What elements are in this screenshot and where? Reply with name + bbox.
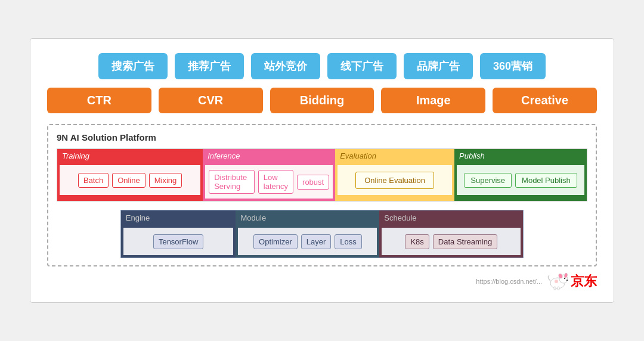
tag-batch: Batch: [78, 173, 109, 188]
top-buttons-row: 搜索广告 推荐广告 站外竞价 线下广告 品牌广告 360营销: [47, 53, 597, 79]
tag-model-publish: Model Publish: [515, 173, 577, 188]
publish-header: Publish: [454, 149, 587, 163]
btn-brand-ad[interactable]: 品牌广告: [404, 53, 473, 79]
btn-image[interactable]: Image: [381, 88, 485, 113]
btn-bidding[interactable]: Bidding: [270, 88, 374, 113]
platform-title: 9N AI Solution Platform: [57, 132, 587, 142]
inference-body: Distribute Serving Low latency robust: [205, 165, 333, 199]
platform-lower-grid: Engine TensorFlow Module Optimizer Layer…: [120, 210, 524, 258]
tag-robust: robust: [297, 175, 329, 190]
evaluation-body: Online Evaluation: [338, 165, 452, 195]
section-engine: Engine TensorFlow: [121, 210, 236, 258]
schedule-body: K8s Data Streaming: [382, 228, 521, 255]
svg-point-4: [564, 278, 565, 279]
btn-ctr[interactable]: CTR: [47, 88, 151, 113]
btn-creative[interactable]: Creative: [493, 88, 597, 113]
svg-rect-7: [558, 287, 559, 290]
svg-point-5: [566, 280, 568, 281]
tag-data-streaming: Data Streaming: [433, 234, 497, 249]
section-training: Training Batch Online Mixing: [57, 149, 203, 201]
training-body: Batch Online Mixing: [60, 165, 200, 195]
section-inference: Inference Distribute Serving Low latency…: [203, 149, 335, 201]
jd-logo: 京东: [547, 272, 597, 290]
btn-search-ad[interactable]: 搜索广告: [98, 53, 168, 79]
section-evaluation: Evaluation Online Evaluation: [335, 149, 454, 201]
publish-body: Supervise Model Publish: [457, 165, 584, 195]
module-body: Optimizer Layer Loss: [238, 228, 377, 255]
btn-offsite-bid[interactable]: 站外竞价: [251, 53, 320, 79]
section-schedule: Schedule K8s Data Streaming: [379, 210, 523, 258]
tag-supervise: Supervise: [464, 173, 512, 188]
svg-rect-6: [554, 287, 556, 290]
footer-url: https://blog.csdn.net/...: [476, 278, 542, 285]
schedule-header: Schedule: [379, 210, 523, 225]
tag-tensorflow: TensorFlow: [153, 234, 203, 249]
tag-loss: Loss: [335, 234, 361, 249]
tag-optimizer: Optimizer: [253, 234, 298, 249]
module-header: Module: [236, 210, 379, 225]
tag-k8s: K8s: [405, 234, 429, 249]
main-container: 搜索广告 推荐广告 站外竞价 线下广告 品牌广告 360营销 CTR CVR B…: [30, 38, 614, 303]
section-module: Module Optimizer Layer Loss: [236, 210, 379, 258]
section-publish: Publish Supervise Model Publish: [454, 149, 587, 201]
btn-recommend-ad[interactable]: 推荐广告: [175, 53, 244, 79]
footer: https://blog.csdn.net/...: [47, 272, 597, 290]
btn-360-marketing[interactable]: 360营销: [480, 53, 546, 79]
tag-distribute-serving: Distribute Serving: [209, 170, 255, 194]
platform-section: 9N AI Solution Platform Training Batch O…: [47, 124, 597, 266]
orange-buttons-row: CTR CVR Bidding Image Creative: [47, 88, 597, 113]
evaluation-header: Evaluation: [335, 149, 454, 163]
tag-online-evaluation: Online Evaluation: [355, 172, 434, 189]
tag-low-latency: Low latency: [258, 170, 293, 194]
jd-dog-icon: [547, 272, 568, 290]
inference-header: Inference: [203, 149, 335, 163]
engine-body: TensorFlow: [123, 228, 234, 255]
jd-brand-text: 京东: [571, 272, 597, 290]
svg-point-8: [555, 280, 558, 283]
btn-cvr[interactable]: CVR: [159, 88, 263, 113]
tag-layer: Layer: [301, 234, 332, 249]
tag-online: Online: [112, 173, 145, 188]
training-header: Training: [57, 149, 203, 163]
platform-upper-grid: Training Batch Online Mixing Inference D…: [57, 148, 587, 202]
engine-header: Engine: [121, 210, 236, 225]
tag-mixing: Mixing: [149, 173, 182, 188]
btn-offline-ad[interactable]: 线下广告: [327, 53, 397, 79]
